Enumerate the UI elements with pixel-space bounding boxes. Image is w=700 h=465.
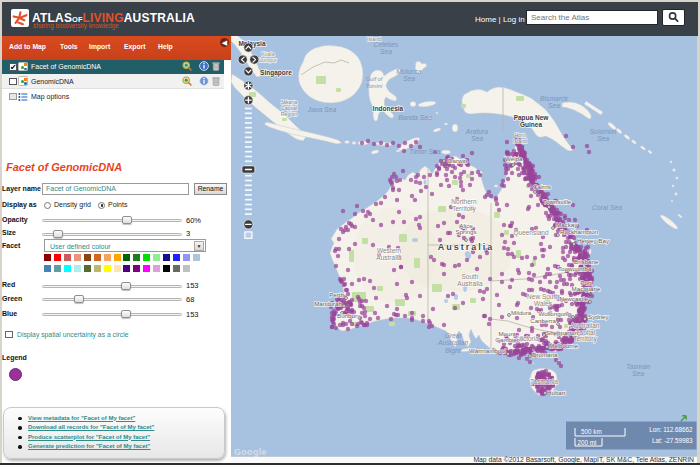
layer-delete-icon[interactable] xyxy=(211,61,221,71)
layer-label[interactable]: GenomicDNA xyxy=(31,78,74,85)
zoom-to-layer-icon[interactable] xyxy=(182,61,192,71)
zoom-box-button[interactable] xyxy=(245,232,252,238)
colour-swatch[interactable] xyxy=(173,265,180,272)
colour-swatch[interactable] xyxy=(114,254,121,261)
blue-slider-handle[interactable] xyxy=(121,310,131,318)
menu-help[interactable]: Help xyxy=(158,43,173,50)
colour-swatch[interactable] xyxy=(44,254,51,261)
occurrence-dot xyxy=(348,319,352,323)
chevron-down-icon[interactable]: ▼ xyxy=(194,241,204,251)
layer-action-link[interactable]: Produce scatterplot for "Facet of My fac… xyxy=(28,434,150,440)
rename-button[interactable]: Rename xyxy=(194,183,227,196)
search-input[interactable] xyxy=(526,10,658,25)
occurrence-dot xyxy=(385,143,389,147)
sidebar-collapse-button[interactable]: ◀ xyxy=(220,38,229,47)
points-option[interactable]: Points xyxy=(108,201,127,208)
pan-right-button[interactable] xyxy=(250,55,259,64)
colour-swatch[interactable] xyxy=(193,254,200,261)
green-slider-handle[interactable] xyxy=(74,295,84,303)
menu-add-to-map[interactable]: Add to Map xyxy=(9,43,46,50)
colour-swatch[interactable] xyxy=(54,265,61,272)
search-button[interactable] xyxy=(662,9,685,26)
occurrence-dot xyxy=(502,246,506,250)
uncertainty-label[interactable]: Display spatial uncertainty as a circle xyxy=(17,331,128,338)
menu-import[interactable]: Import xyxy=(89,43,110,50)
menu-tools[interactable]: Tools xyxy=(60,43,78,50)
colour-swatch[interactable] xyxy=(123,254,130,261)
pan-down-button[interactable] xyxy=(244,67,253,76)
zoom-slider-handle[interactable] xyxy=(242,166,255,173)
zoom-in-button[interactable] xyxy=(244,96,253,105)
colour-swatch[interactable] xyxy=(84,265,91,272)
layer-name-input[interactable] xyxy=(42,183,189,195)
layer-checkbox-checked[interactable]: ✔ xyxy=(9,63,17,71)
occurrence-dot xyxy=(462,170,466,174)
pan-left-button[interactable] xyxy=(238,55,247,64)
home-link[interactable]: Home xyxy=(475,15,496,24)
ala-logo[interactable] xyxy=(11,9,29,27)
colour-swatch[interactable] xyxy=(104,254,111,261)
opacity-slider-handle[interactable] xyxy=(122,216,132,224)
colour-swatch[interactable] xyxy=(133,254,140,261)
red-slider-handle[interactable] xyxy=(121,282,131,290)
colour-swatch[interactable] xyxy=(54,254,61,261)
zoom-out-button[interactable] xyxy=(244,220,253,229)
colour-swatch[interactable] xyxy=(153,265,160,272)
opacity-slider-track[interactable] xyxy=(42,219,182,222)
occurrence-dot xyxy=(506,177,510,181)
layer-delete-icon[interactable] xyxy=(211,76,221,86)
colour-swatch[interactable] xyxy=(123,265,130,272)
map-options-row[interactable]: Map options xyxy=(2,89,224,104)
layer-links-panel: View metadata for "Facet of My facet"Dow… xyxy=(3,407,225,459)
colour-swatch[interactable] xyxy=(84,254,91,261)
colour-swatch[interactable] xyxy=(74,254,81,261)
occurrence-dot xyxy=(506,247,510,251)
layer-action-link[interactable]: Generate prediction for "Facet of My fac… xyxy=(28,443,150,449)
colour-swatch[interactable] xyxy=(133,265,140,272)
pan-up-button[interactable] xyxy=(244,43,253,52)
points-radio[interactable] xyxy=(98,202,105,209)
facet-select[interactable]: User defined colour ▼ xyxy=(44,239,206,252)
layer-checkbox-unchecked[interactable] xyxy=(9,78,17,86)
layer-info-icon[interactable] xyxy=(199,61,209,71)
zoom-world-button[interactable] xyxy=(244,81,253,90)
density-grid-option[interactable]: Density grid xyxy=(54,201,91,208)
colour-swatch[interactable] xyxy=(64,265,71,272)
map-options-checkbox[interactable] xyxy=(9,93,17,101)
blue-slider-track[interactable] xyxy=(42,313,182,316)
colour-swatch[interactable] xyxy=(163,254,170,261)
colour-swatch[interactable] xyxy=(114,265,121,272)
red-slider-track[interactable] xyxy=(42,285,182,288)
map-options-label[interactable]: Map options xyxy=(31,93,69,100)
city-label: Hervey Bay xyxy=(577,237,610,244)
layer-action-link[interactable]: View metadata for "Facet of My facet" xyxy=(28,415,135,421)
colour-swatch[interactable] xyxy=(143,265,150,272)
zoom-to-layer-icon[interactable] xyxy=(182,76,192,86)
colour-swatch[interactable] xyxy=(183,265,190,272)
colour-swatch[interactable] xyxy=(94,265,101,272)
login-link[interactable]: Log in xyxy=(503,15,525,24)
colour-swatch[interactable] xyxy=(173,254,180,261)
layer-info-icon[interactable] xyxy=(199,76,209,86)
colour-swatch[interactable] xyxy=(163,265,170,272)
layer-action-link[interactable]: Download all records for "Facet of My fa… xyxy=(28,424,154,430)
colour-swatch[interactable] xyxy=(74,265,81,272)
colour-swatch[interactable] xyxy=(44,265,51,272)
layer-row-genomicdna[interactable]: GenomicDNA xyxy=(2,74,224,89)
layer-row-facet[interactable]: ✔ Facet of GenomicDNA xyxy=(2,60,224,75)
layer-label[interactable]: Facet of GenomicDNA xyxy=(31,63,101,70)
colour-swatch[interactable] xyxy=(64,254,71,261)
menu-export[interactable]: Export xyxy=(124,43,146,50)
green-slider-track[interactable] xyxy=(42,298,182,301)
colour-swatch[interactable] xyxy=(143,254,150,261)
colour-swatch[interactable] xyxy=(153,254,160,261)
density-grid-radio[interactable] xyxy=(44,202,51,209)
colour-swatch[interactable] xyxy=(94,254,101,261)
colour-swatch[interactable] xyxy=(183,254,190,261)
map-area[interactable]: CelebesSeaMoluccaSeaGulf ofTominiJava Se… xyxy=(231,36,697,457)
uncertainty-checkbox[interactable] xyxy=(5,331,13,339)
colour-swatch[interactable] xyxy=(104,265,111,272)
opacity-label: Opacity xyxy=(2,216,28,223)
size-slider-handle[interactable] xyxy=(53,230,63,238)
map-canvas[interactable]: CelebesSeaMoluccaSeaGulf ofTominiJava Se… xyxy=(231,36,697,457)
